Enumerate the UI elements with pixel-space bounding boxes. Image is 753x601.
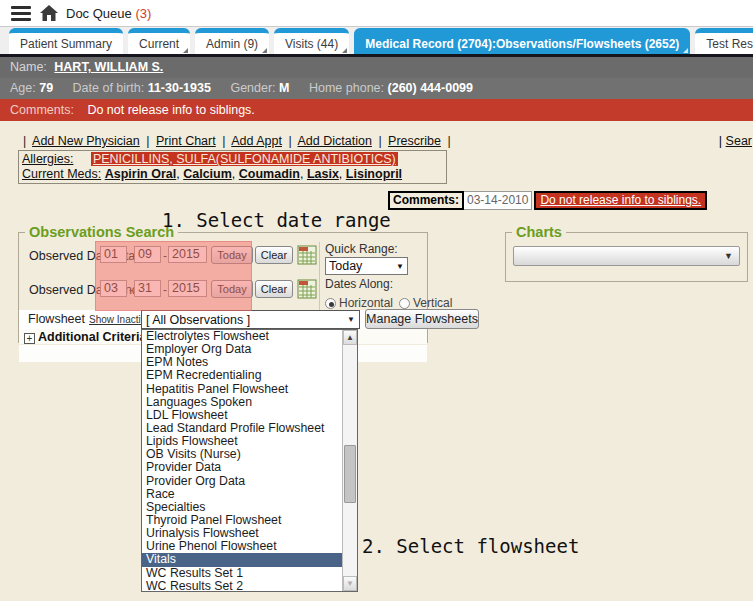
comment-banner: Comments: 03-14-2010 Do not release info… — [388, 191, 707, 210]
annotation-step1: 1. Select date range — [162, 209, 391, 231]
dob-label: Date of birth: — [73, 81, 145, 95]
name-label: Name: — [10, 60, 47, 74]
add-dictation-link[interactable]: Add Dictation — [298, 134, 372, 148]
allergies-row: Allergies: PENICILLINS, SULFA(SULFONAMID… — [22, 152, 443, 167]
gender-label: Gender: — [230, 81, 275, 95]
list-item[interactable]: LDL Flowsheet — [142, 409, 342, 422]
gender-value: M — [279, 81, 289, 95]
quick-range-select[interactable]: Today ▼ — [325, 257, 408, 275]
prescribe-link[interactable]: Prescribe — [388, 134, 441, 148]
home-icon[interactable] — [40, 5, 58, 25]
print-chart-link[interactable]: Print Chart — [156, 134, 216, 148]
quick-range-label: Quick Range: — [325, 242, 427, 256]
list-item[interactable]: EPM Recredentialing — [142, 369, 342, 382]
age-label: Age: — [10, 81, 36, 95]
list-item[interactable]: Hepatitis Panel Flowsheet — [142, 383, 342, 396]
annotation-step2: 2. Select flowsheet — [362, 535, 579, 557]
end-clear-button[interactable]: Clear — [255, 280, 293, 298]
list-item[interactable]: WC Results Set 2 — [142, 580, 342, 591]
start-clear-button[interactable]: Clear — [255, 246, 293, 264]
tab-bar: Patient Summary Current Admin (9) Visits… — [0, 27, 753, 57]
vertical-radio-label: Vertical — [413, 296, 452, 310]
list-item[interactable]: Provider Org Data — [142, 475, 342, 488]
list-item[interactable]: Provider Data — [142, 461, 342, 474]
tab-test-results[interactable]: Test Results (81) — [695, 28, 753, 54]
doc-queue-label: Doc Queue — [66, 6, 132, 21]
charts-select[interactable]: ▼ — [513, 246, 740, 266]
dob-value: 11-30-1935 — [148, 81, 211, 95]
patient-comments-bar: Comments: Do not release info to sibling… — [0, 99, 753, 121]
vertical-radio[interactable] — [399, 298, 410, 309]
additional-criteria-expander[interactable]: + Additional Criteria — [24, 330, 146, 344]
tab-admin[interactable]: Admin (9) — [195, 28, 269, 54]
med-link-lasix[interactable]: Lasix — [307, 167, 339, 181]
observations-search-legend: Observations Search — [25, 224, 178, 240]
scrollbar-thumb[interactable] — [344, 445, 356, 503]
list-item-selected[interactable]: Vitals — [142, 553, 342, 566]
comments-value: Do not release info to siblings. — [87, 103, 254, 117]
tab-visits[interactable]: Visits (44) — [274, 28, 349, 54]
date-options-column: Quick Range: Today ▼ Dates Along: Horizo… — [319, 242, 427, 312]
phone-label: Home phone: — [309, 81, 384, 95]
comment-alert-link[interactable]: Do not release info to siblings. — [534, 191, 707, 210]
current-meds-row: Current Meds: Aspirin Oral, Calcium, Cou… — [22, 167, 443, 182]
current-meds-label-link[interactable]: Current Meds: — [22, 167, 101, 181]
tab-patient-summary[interactable]: Patient Summary — [9, 28, 123, 54]
med-link-lisinopril[interactable]: Lisinopril — [346, 167, 402, 181]
patient-demographics-bar: Age: 79 Date of birth: 11-30-1935 Gender… — [0, 78, 753, 99]
scroll-down-icon[interactable]: ▼ — [343, 576, 357, 591]
doc-queue-link[interactable]: Doc Queue (3) — [66, 6, 151, 21]
top-bar: Doc Queue (3) — [0, 0, 753, 27]
list-scrollbar[interactable]: ▲ ▼ — [342, 330, 357, 591]
charts-legend: Charts — [512, 224, 566, 240]
allergies-label-link[interactable]: Allergies: — [22, 152, 73, 166]
comment-date-field[interactable]: 03-14-2010 — [464, 191, 532, 210]
hamburger-menu-icon[interactable] — [11, 6, 31, 21]
expand-plus-icon[interactable]: + — [24, 333, 35, 344]
list-item[interactable]: WC Results Set 1 — [142, 567, 342, 580]
quick-links: | Add New Physician | Print Chart | Add … — [20, 134, 454, 148]
add-new-physician-link[interactable]: Add New Physician — [32, 134, 140, 148]
doc-queue-count: (3) — [135, 6, 151, 21]
comment-banner-label: Comments: — [388, 191, 464, 210]
chevron-down-icon: ▼ — [396, 262, 404, 271]
flowsheet-options: Electrolytes Flowsheet Employer Org Data… — [142, 330, 342, 591]
allergies-value-link[interactable]: PENICILLINS, SULFA(SULFONAMIDE ANTIBIOTI… — [91, 152, 398, 166]
search-link[interactable]: Sear — [726, 134, 752, 148]
comments-label: Comments: — [10, 103, 74, 117]
patient-name-link[interactable]: HART, WILLIAM S. — [54, 60, 163, 74]
search-link-container: | Sear — [719, 134, 752, 148]
dates-along-label: Dates Along: — [325, 277, 427, 291]
date-range-highlight-annotation — [95, 241, 252, 311]
list-item[interactable]: Race — [142, 488, 342, 501]
med-link-aspirin[interactable]: Aspirin Oral — [105, 167, 177, 181]
scroll-up-icon[interactable]: ▲ — [343, 330, 357, 345]
tab-current[interactable]: Current — [128, 28, 190, 54]
tab-medical-record[interactable]: Medical Record (2704):Observations/Flows… — [354, 28, 690, 54]
horizontal-radio[interactable] — [325, 298, 336, 309]
end-calendar-icon[interactable] — [297, 279, 317, 299]
chevron-down-icon: ▼ — [347, 315, 355, 324]
chevron-down-icon: ▼ — [724, 251, 733, 261]
flowsheet-select[interactable]: [ All Observations ] ▼ — [141, 310, 360, 329]
allergies-meds-box: Allergies: PENICILLINS, SULFA(SULFONAMID… — [18, 150, 447, 184]
horizontal-radio-label: Horizontal — [339, 296, 393, 310]
age-value: 79 — [39, 81, 53, 95]
flowsheet-dropdown-list: Electrolytes Flowsheet Employer Org Data… — [141, 329, 358, 592]
add-appt-link[interactable]: Add Appt — [231, 134, 282, 148]
manage-flowsheets-button[interactable]: Manage Flowsheets — [365, 309, 479, 329]
charts-fieldset: Charts ▼ — [505, 232, 748, 282]
patient-name-bar: Name: HART, WILLIAM S. — [0, 57, 753, 78]
phone-value: (260) 444-0099 — [388, 81, 473, 95]
flowsheet-label: Flowsheet — [28, 312, 85, 326]
list-item[interactable]: Specialties — [142, 501, 342, 514]
med-link-coumadin[interactable]: Coumadin — [239, 167, 300, 181]
start-calendar-icon[interactable] — [297, 245, 317, 265]
med-link-calcium[interactable]: Calcium — [183, 167, 232, 181]
list-item[interactable]: Languages Spoken — [142, 396, 342, 409]
